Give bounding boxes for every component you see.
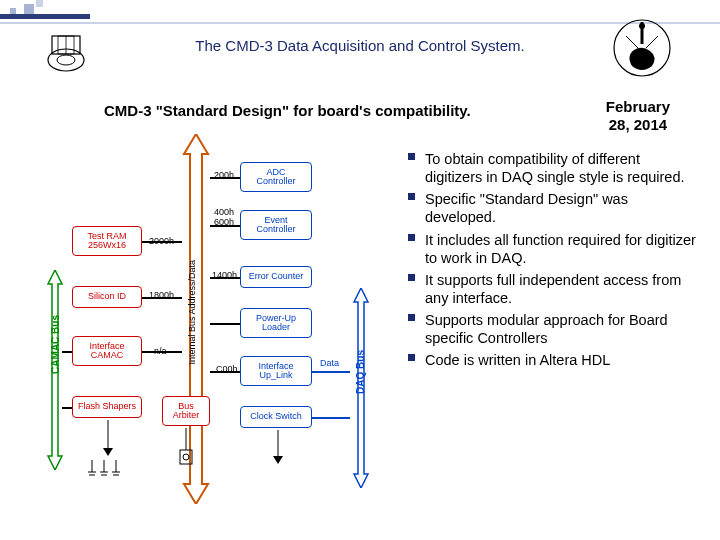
subtitle: CMD-3 "Standard Design" for board's comp… — [104, 102, 471, 119]
svg-point-7 — [639, 23, 645, 29]
bullet-list: To obtain compatibility of different dig… — [408, 150, 698, 373]
block-interface-camac: Interface CAMAC — [72, 336, 142, 366]
svg-point-1 — [57, 55, 75, 65]
bullet-text: To obtain compatibility of different dig… — [425, 150, 698, 186]
square-bullet-icon — [408, 314, 415, 321]
corner-decoration — [0, 0, 110, 28]
block-diagram: CAMAC Bus Internal Bus Address/Data DAQ … — [54, 140, 404, 520]
bullet-text: Specific "Standard Design" was developed… — [425, 190, 698, 226]
page-title: The CMD-3 Data Acquisition and Control S… — [0, 37, 720, 54]
square-bullet-icon — [408, 234, 415, 241]
arbiter-down-icon — [176, 428, 196, 472]
bullet-text: Supports modular approach for Board spec… — [425, 311, 698, 347]
addr-c00h: C00h — [216, 364, 238, 374]
bullet-item: Specific "Standard Design" was developed… — [408, 190, 698, 230]
bullet-item: To obtain compatibility of different dig… — [408, 150, 698, 190]
square-bullet-icon — [408, 153, 415, 160]
square-bullet-icon — [408, 193, 415, 200]
square-bullet-icon — [408, 354, 415, 361]
svg-rect-18 — [180, 450, 192, 464]
daq-bus-label: DAQ Bus — [355, 350, 366, 394]
svg-marker-16 — [273, 456, 283, 464]
bullet-text: Code is written in Altera HDL — [425, 351, 610, 369]
camac-bus-label: CAMAC Bus — [50, 315, 61, 374]
bullet-text: It includes all function required for di… — [425, 231, 698, 267]
ground-caps-icon — [86, 460, 130, 486]
block-bus-arbiter: Bus Arbiter — [162, 396, 210, 426]
addr-1400h: 1400h — [212, 270, 237, 280]
block-clock-switch: Clock Switch — [240, 406, 312, 428]
clock-down-icon — [268, 430, 288, 470]
addr-1800h: 1800h — [149, 290, 174, 300]
block-interface-uplink: Interface Up_Link — [240, 356, 312, 386]
addr-200h: 200h — [214, 170, 234, 180]
data-label: Data — [320, 358, 339, 368]
block-error-counter: Error Counter — [240, 266, 312, 288]
bullet-item: Code is written in Altera HDL — [408, 351, 610, 373]
flash-shapers-down-icon — [98, 420, 118, 464]
internal-bus-label: Internal Bus Address/Data — [187, 260, 197, 365]
date-label: February 28, 2014 — [606, 98, 670, 134]
bullet-item: It supports full independent access from… — [408, 271, 698, 311]
svg-marker-14 — [103, 448, 113, 456]
block-event-controller: Event Controller — [240, 210, 312, 240]
svg-point-19 — [183, 454, 189, 460]
block-test-ram: Test RAM 256Wx16 — [72, 226, 142, 256]
bullet-item: It includes all function required for di… — [408, 231, 698, 271]
bullet-item: Supports modular approach for Board spec… — [408, 311, 698, 351]
block-silicon-id: Silicon ID — [72, 286, 142, 308]
bullet-text: It supports full independent access from… — [425, 271, 698, 307]
block-adc-controller: ADC Controller — [240, 162, 312, 192]
block-powerup-loader: Power-Up Loader — [240, 308, 312, 338]
block-flash-shapers: Flash Shapers — [72, 396, 142, 418]
square-bullet-icon — [408, 274, 415, 281]
